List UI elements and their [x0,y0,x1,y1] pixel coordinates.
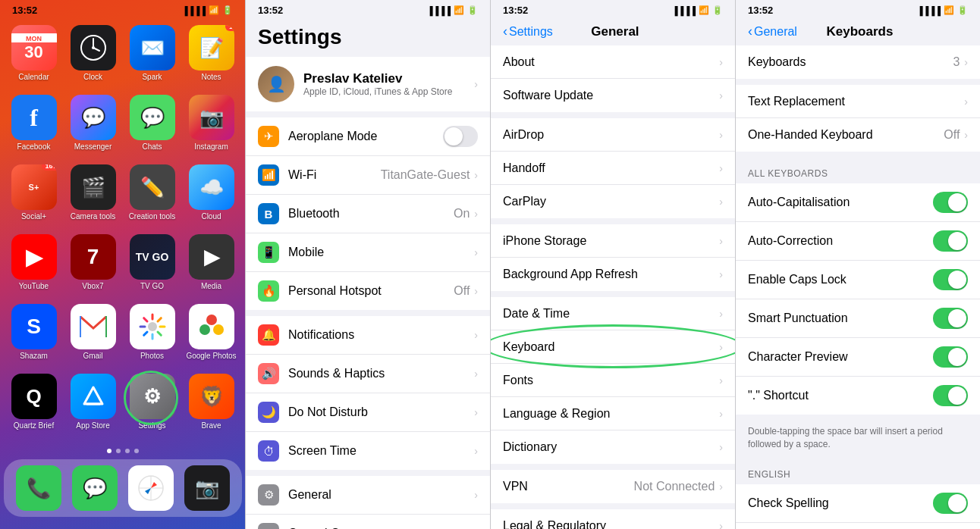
general-row-about[interactable]: About › [491,45,735,79]
english-header: ENGLISH [736,459,980,484]
app-settings[interactable]: ⚙ Settings [127,374,178,430]
char-preview-toggle[interactable] [933,346,968,368]
page-dots [107,449,139,453]
keyboards-row-auto-correct[interactable]: Auto-Correction [736,222,980,261]
keyboards-status-icons: ▐▐▐▐ 📶 🔋 [917,5,968,15]
dock-camera[interactable]: 📷 [184,465,230,511]
app-brave[interactable]: 🦁 Brave [186,374,237,430]
app-creation-tools[interactable]: ✏️ Creation tools [127,164,178,221]
caps-lock-toggle[interactable] [933,269,968,290]
general-row-airdrop[interactable]: AirDrop › [491,118,735,152]
app-app-store[interactable]: App Store [68,374,119,430]
notifications-label: Notifications [288,328,474,342]
auto-correct-toggle[interactable] [933,230,968,252]
settings-group-2: 🔔 Notifications › 🔊 Sounds & Haptics › 🌙… [246,316,490,470]
settings-row-bluetooth[interactable]: B Bluetooth On › [246,195,490,233]
general-row-language[interactable]: Language & Region › [491,397,735,430]
app-instagram-label: Instagram [194,142,228,151]
settings-row-screen-time[interactable]: ⏱ Screen Time › [246,432,490,470]
app-social-plus[interactable]: S+ 167 Social+ [8,164,60,221]
keyboards-row-keyboards[interactable]: Keyboards 3 › [736,45,980,79]
about-label: About [503,55,719,69]
aeroplane-toggle[interactable] [443,126,478,147]
app-calendar[interactable]: MON 30 Calendar [8,25,60,81]
app-tvgo[interactable]: TV GO TV GO [127,234,178,290]
settings-row-control-centre[interactable]: ◼ Control Centre › [246,515,490,529]
keyboards-row-predictive[interactable]: Predictive [736,523,980,529]
general-row-iphone-storage[interactable]: iPhone Storage › [491,224,735,258]
home-time: 13:52 [12,5,37,16]
auto-cap-toggle[interactable] [933,192,968,213]
settings-row-dnd[interactable]: 🌙 Do Not Disturb › [246,393,490,432]
keyboards-row-caps-lock[interactable]: Enable Caps Lock [736,261,980,299]
dot-2 [116,449,121,453]
general-row-keyboard[interactable]: Keyboard › [491,330,735,364]
settings-row-notifications[interactable]: 🔔 Notifications › [246,316,490,355]
dnd-icon: 🌙 [258,402,279,423]
app-quartz-brief[interactable]: Q Quartz Brief [8,374,60,430]
general-row-software[interactable]: Software Update › [491,79,735,112]
keyboards-group-1: Keyboards 3 › [736,45,980,79]
keyboards-row-char-preview[interactable]: Character Preview [736,338,980,377]
app-vbox7[interactable]: 7 Vbox7 [68,234,119,290]
dock-messages[interactable]: 💬 [72,465,118,511]
period-shortcut-toggle[interactable] [933,385,968,406]
app-youtube[interactable]: ▶ YouTube [8,234,60,290]
general-row-fonts[interactable]: Fonts › [491,364,735,397]
smart-punct-toggle[interactable] [933,308,968,329]
app-instagram[interactable]: 📷 Instagram [186,95,237,151]
app-cloud[interactable]: ☁️ Cloud [186,164,237,221]
keyboards-row-auto-cap[interactable]: Auto-Capitalisation [736,183,980,222]
keyboards-row-check-spelling[interactable]: Check Spelling [736,484,980,523]
smart-punct-label: Smart Punctuation [748,311,933,325]
settings-row-hotspot[interactable]: 🔥 Personal Hotspot Off › [246,272,490,310]
app-shazam-label: Shazam [20,352,48,360]
app-google-photos[interactable]: Google Photos [186,304,237,360]
general-row-vpn[interactable]: VPN Not Connected › [491,470,735,503]
general-row-legal[interactable]: Legal & Regulatory › [491,509,735,529]
bluetooth-label: Bluetooth [288,207,454,221]
keyboards-group-2: Text Replacement › One-Handed Keyboard O… [736,85,980,152]
app-shazam[interactable]: S Shazam [8,304,60,360]
keyboards-row-text-replacement[interactable]: Text Replacement › [736,85,980,118]
keyboards-row-period-shortcut[interactable]: "." Shortcut [736,377,980,415]
general-row-carplay[interactable]: CarPlay › [491,185,735,218]
app-spark[interactable]: ✉️ Spark [127,25,178,81]
general-row-date-time[interactable]: Date & Time › [491,297,735,330]
general-back-button[interactable]: ‹ Settings [503,23,553,39]
keyboards-back-button[interactable]: ‹ General [748,23,797,39]
settings-row-aeroplane[interactable]: ✈ Aeroplane Mode [246,117,490,156]
notifications-icon: 🔔 [258,324,279,346]
app-vbox7-label: Vbox7 [82,282,103,290]
settings-row-sounds[interactable]: 🔊 Sounds & Haptics › [246,355,490,393]
wifi-label: Wi-Fi [288,168,381,182]
app-camera-tools[interactable]: 🎬 Camera tools [68,164,119,221]
software-chevron: › [719,89,723,102]
app-messenger[interactable]: 💬 Messenger [68,95,119,151]
app-photos-label: Photos [140,352,164,360]
general-row-dictionary[interactable]: Dictionary › [491,430,735,464]
app-media[interactable]: ▶ Media [186,234,237,290]
keyboards-row-smart-punct[interactable]: Smart Punctuation [736,299,980,338]
software-label: Software Update [503,89,719,102]
home-status-icons: ▐▐▐▐ 📶 🔋 [182,5,233,15]
app-notes[interactable]: 📝 1 Notes [186,25,237,81]
check-spelling-toggle[interactable] [933,493,968,514]
settings-row-mobile[interactable]: 📱 Mobile › [246,233,490,272]
notifications-chevron: › [474,329,478,341]
settings-row-general[interactable]: ⚙ General › [246,476,490,515]
app-facebook[interactable]: f Facebook [8,95,60,151]
home-status-bar: 13:52 ▐▐▐▐ 📶 🔋 [0,0,245,19]
general-row-handoff[interactable]: Handoff › [491,152,735,185]
keyboards-row-one-handed[interactable]: One-Handed Keyboard Off › [736,118,980,152]
general-row-background-refresh[interactable]: Background App Refresh › [491,258,735,291]
settings-row-wifi[interactable]: 📶 Wi-Fi TitanGate-Guest › [246,156,490,195]
general-back-chevron: ‹ [503,23,507,39]
dock-phone[interactable]: 📞 [16,465,61,511]
app-photos[interactable]: Photos [127,304,178,360]
app-chats[interactable]: 💬 Chats [127,95,178,151]
app-clock[interactable]: Clock [68,25,119,81]
profile-row[interactable]: 👤 Preslav Kateliev Apple ID, iCloud, iTu… [246,57,490,111]
dock-safari[interactable] [128,465,174,511]
app-gmail[interactable]: Gmail [68,304,119,360]
